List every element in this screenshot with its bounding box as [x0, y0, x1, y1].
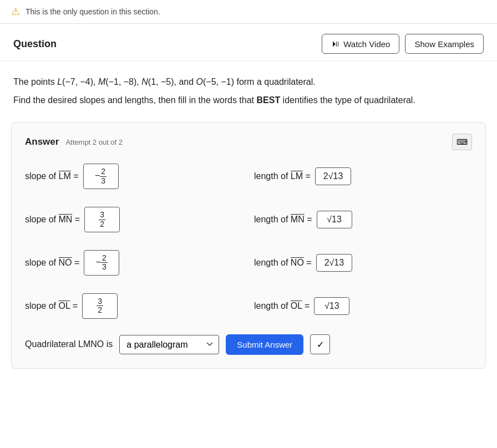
- quadrilateral-dropdown[interactable]: a parallelogram a rectangle a rhombus a …: [119, 335, 219, 354]
- slope-ol-fraction: 32: [97, 297, 103, 315]
- slope-lm-label: slope of LM =: [25, 171, 79, 181]
- length-lm-label: length of LM =: [254, 171, 311, 181]
- show-examples-button[interactable]: Show Examples: [405, 34, 484, 54]
- question-body: The points L(−7, −4), M(−1, −8), N(1, −5…: [0, 61, 497, 113]
- question-line2: Find the desired slopes and lengths, the…: [13, 93, 484, 108]
- bottom-row: Quadrilateral LMNO is a parallelogram a …: [25, 334, 472, 355]
- length-no-value: 2√13: [324, 258, 344, 267]
- length-ol-box[interactable]: √13: [314, 297, 349, 315]
- length-no-row: length of NO = 2√13: [254, 250, 472, 276]
- length-no-label: length of NO =: [254, 258, 312, 268]
- math-grid: slope of LM = −23 length of LM = 2√13 sl…: [25, 164, 472, 318]
- warning-icon: ⚠: [11, 6, 20, 18]
- slope-mn-row: slope of MN = 32: [25, 207, 243, 232]
- length-no-box[interactable]: 2√13: [316, 254, 352, 272]
- header: Question ⏯ Watch Video Show Examples: [0, 24, 497, 61]
- slope-lm-row: slope of LM = −23: [25, 164, 243, 189]
- slope-no-box[interactable]: −23: [84, 250, 119, 276]
- answer-header: Answer Attempt 2 out of 2 ⌨: [25, 134, 472, 150]
- length-mn-value: √13: [327, 215, 342, 224]
- length-mn-label: length of MN =: [254, 215, 312, 225]
- length-ol-label: length of OL =: [254, 301, 310, 311]
- answer-label: Answer: [25, 136, 59, 147]
- slope-mn-fraction: 32: [99, 211, 105, 228]
- checkmark-button[interactable]: ✓: [310, 334, 330, 354]
- slope-lm-sign: −: [95, 171, 100, 181]
- attempt-text: Attempt 2 out of 2: [65, 138, 123, 146]
- header-buttons: ⏯ Watch Video Show Examples: [322, 34, 484, 54]
- slope-mn-box[interactable]: 32: [84, 207, 120, 232]
- watch-video-label: Watch Video: [343, 39, 390, 49]
- length-mn-row: length of MN = √13: [254, 207, 472, 232]
- question-line1: The points L(−7, −4), M(−1, −8), N(1, −5…: [13, 74, 484, 89]
- length-lm-value: 2√13: [323, 171, 343, 181]
- slope-no-row: slope of NO = −23: [25, 250, 243, 276]
- slope-mn-label: slope of MN =: [25, 215, 80, 225]
- slope-no-label: slope of NO =: [25, 258, 79, 268]
- checkmark-icon: ✓: [317, 339, 324, 350]
- slope-lm-box[interactable]: −23: [83, 164, 119, 189]
- question-label: Question: [13, 38, 57, 50]
- slope-no-fraction: 23: [101, 254, 108, 272]
- keyboard-icon: ⌨: [457, 138, 468, 146]
- slope-ol-box[interactable]: 32: [82, 293, 118, 319]
- keyboard-button[interactable]: ⌨: [452, 134, 472, 150]
- slope-ol-row: slope of OL = 32: [25, 293, 243, 319]
- length-lm-row: length of LM = 2√13: [254, 164, 472, 189]
- show-examples-label: Show Examples: [414, 39, 474, 49]
- length-lm-box[interactable]: 2√13: [315, 167, 351, 185]
- submit-answer-button[interactable]: Submit Answer: [226, 334, 303, 355]
- answer-section: Answer Attempt 2 out of 2 ⌨ slope of LM …: [11, 122, 486, 368]
- slope-no-sign: −: [96, 257, 101, 267]
- length-ol-value: √13: [324, 301, 339, 310]
- slope-lm-fraction: 23: [100, 167, 106, 185]
- warning-text: This is the only question in this sectio…: [26, 7, 160, 16]
- length-mn-box[interactable]: √13: [317, 211, 352, 228]
- watch-video-button[interactable]: ⏯ Watch Video: [322, 34, 399, 54]
- length-ol-row: length of OL = √13: [254, 293, 472, 319]
- warning-banner: ⚠ This is the only question in this sect…: [0, 0, 497, 24]
- slope-ol-label: slope of OL =: [25, 301, 78, 311]
- watch-video-icon: ⏯: [331, 39, 340, 49]
- quadrilateral-label: Quadrilateral LMNO is: [25, 339, 113, 349]
